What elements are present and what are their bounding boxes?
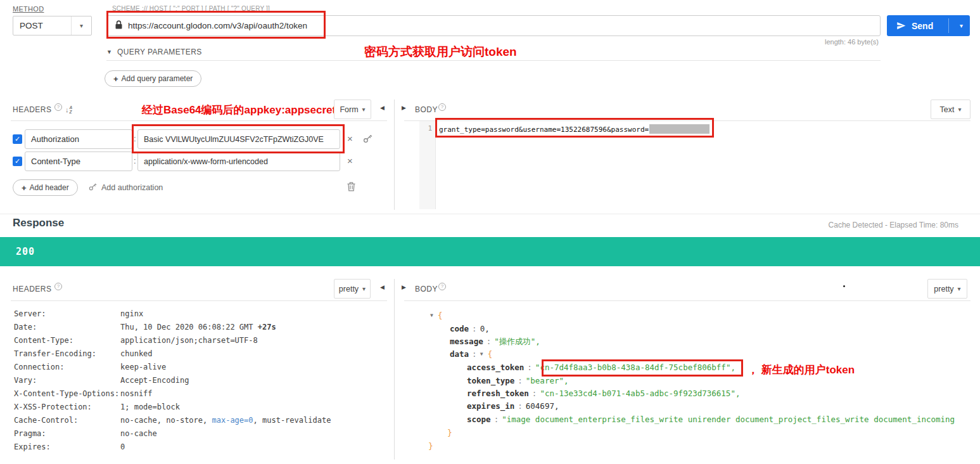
tree-expand-icon[interactable]: ▼	[430, 313, 433, 318]
headers-format-dropdown[interactable]: Form ▾	[334, 100, 371, 119]
header-colon: :	[134, 156, 136, 165]
check-icon: ✓	[15, 135, 20, 143]
authorization-key-icon[interactable]	[363, 134, 372, 143]
question-glyph: ?	[57, 283, 60, 289]
api-tester-app: METHOD POST ▾ SCHEME :// HOST [ ":" PORT…	[0, 0, 980, 464]
triangle-down-icon: ▼	[106, 49, 112, 55]
header-enabled-checkbox[interactable]: ✓	[13, 134, 22, 144]
response-header-row: Date:Thu, 10 Dec 2020 06:08:22 GMT +27s	[14, 323, 276, 332]
json-line-data-open[interactable]: data:▼{	[450, 349, 492, 359]
header-value-input[interactable]: Basic VVlLWUtycUlmZUU4SFV2cTFpZWtiZGJ0VE	[137, 129, 340, 149]
status-code: 200	[16, 237, 35, 266]
response-headers-divider	[11, 300, 387, 301]
status-bar: 200	[0, 237, 980, 266]
url-hint: SCHEME :// HOST [ ":" PORT ] [ PATH [ "?…	[112, 5, 270, 12]
response-headers-format-dropdown[interactable]: pretty ▾	[334, 279, 371, 299]
query-parameters-toggle[interactable]: ▼ QUERY PARAMETERS	[106, 48, 202, 56]
response-body-divider	[404, 300, 970, 301]
add-query-parameter-button[interactable]: + Add query parameter	[105, 70, 201, 87]
question-glyph: ?	[441, 283, 443, 289]
body-help-icon[interactable]: ?	[438, 103, 446, 111]
add-authorization-link[interactable]: Add authorization	[89, 183, 163, 193]
request-body-editor[interactable]: grant_type=password&username=13522687596…	[439, 124, 710, 134]
query-section-divider	[106, 60, 881, 61]
send-button[interactable]: Send ▾	[887, 15, 970, 36]
add-authorization-label: Add authorization	[101, 183, 163, 192]
send-label: Send	[912, 21, 933, 31]
method-select[interactable]: POST ▾	[13, 16, 92, 35]
chevron-down-icon: ▾	[362, 285, 366, 292]
collapse-right-icon[interactable]: ▶	[402, 105, 406, 111]
request-pane-splitter[interactable]	[394, 100, 395, 210]
collapse-right-icon[interactable]: ▶	[402, 284, 406, 290]
plus-icon: +	[22, 183, 27, 193]
response-header-row: X-XSS-Protection:1; mode=block	[14, 403, 180, 411]
password-redacted-box	[649, 124, 710, 134]
method-caret[interactable]: ▾	[71, 16, 91, 35]
header-enabled-checkbox[interactable]: ✓	[13, 157, 22, 166]
chevron-down-icon: ▾	[958, 285, 961, 292]
json-root-open[interactable]: ▼{	[430, 311, 443, 320]
stray-dot	[843, 285, 845, 287]
annotation-password-mode: 密码方式获取用户访问token	[364, 44, 517, 60]
json-line-access-token: access_token:"cn-7d4f8aa3-b0b8-438a-84df…	[467, 363, 735, 372]
json-line-code: code:0,	[450, 324, 490, 333]
response-body-format-value: pretty	[934, 285, 953, 293]
body-format-dropdown[interactable]: Text ▾	[931, 100, 970, 119]
response-header-row: Transfer-Encoding:chunked	[14, 349, 153, 358]
send-plane-icon	[896, 21, 906, 30]
json-line-expires-in: expires_in:604697,	[467, 401, 559, 411]
response-header-row: Expires:0	[14, 442, 125, 451]
send-options-caret[interactable]: ▾	[960, 22, 963, 29]
query-parameters-label: QUERY PARAMETERS	[117, 48, 202, 56]
response-body-format-dropdown[interactable]: pretty ▾	[927, 279, 967, 299]
response-title: Response	[13, 217, 64, 229]
chevron-down-icon: ▾	[80, 22, 83, 29]
header-name-value: Authorization	[31, 134, 79, 144]
response-header-row: Pragma:no-cache	[14, 429, 157, 438]
json-data-close: }	[447, 428, 452, 437]
response-pane-splitter[interactable]	[394, 279, 395, 460]
body-length-info: length: 46 byte(s)	[825, 38, 879, 46]
url-input[interactable]: https://account.glodon.com/v3/api/oauth2…	[106, 15, 881, 36]
header-name-input[interactable]: Authorization	[25, 129, 132, 149]
question-glyph: ?	[441, 104, 443, 110]
response-headers-label: HEADERS	[13, 285, 52, 293]
header-value-input[interactable]: application/x-www-form-urlencoded	[137, 151, 340, 171]
remove-header-icon[interactable]: ×	[347, 134, 353, 143]
response-body-help-icon[interactable]: ?	[438, 283, 446, 290]
question-glyph: ?	[57, 104, 60, 110]
collapse-left-icon[interactable]: ◀	[380, 284, 385, 290]
response-header-row: Server:nginx	[14, 309, 143, 318]
editor-gutter: 1	[419, 121, 436, 209]
response-headers-help-icon[interactable]: ?	[54, 283, 62, 290]
remove-header-icon[interactable]: ×	[347, 156, 353, 165]
request-body-text: grant_type=password&username=13522687596…	[439, 126, 649, 134]
add-query-parameter-label: Add query parameter	[122, 74, 193, 83]
json-root-close: }	[428, 441, 433, 451]
json-line-scope: scope:"image document_enterprise_files_w…	[467, 415, 970, 424]
headers-help-icon[interactable]: ?	[54, 103, 62, 111]
json-line-message: message:"操作成功",	[450, 337, 540, 347]
sort-headers-icon[interactable]: ↓ AZ	[65, 106, 72, 114]
collapse-left-icon[interactable]: ◀	[380, 105, 385, 111]
tree-expand-icon[interactable]: ▼	[480, 351, 483, 357]
body-format-value: Text	[940, 105, 955, 114]
add-header-button[interactable]: + Add header	[13, 179, 78, 196]
header-colon: :	[134, 134, 136, 143]
url-value: https://account.glodon.com/v3/api/oauth2…	[128, 21, 307, 30]
key-icon	[89, 183, 97, 193]
request-headers-divider	[11, 120, 387, 121]
annotation-new-token: ， 新生成的用户token	[748, 363, 855, 377]
response-header-row: Vary:Accept-Encoding	[14, 376, 189, 385]
lock-icon	[115, 20, 122, 31]
sort-arrow-glyph: ↓	[65, 106, 69, 114]
chevron-down-icon: ▾	[958, 106, 961, 113]
request-body-label: BODY	[415, 105, 438, 114]
request-headers-label: HEADERS	[13, 105, 52, 114]
line-number: 1	[428, 124, 432, 132]
send-button-divider	[948, 18, 949, 33]
header-name-input[interactable]: Content-Type	[25, 151, 132, 171]
delete-headers-icon[interactable]	[347, 182, 355, 191]
header-value-text: application/x-www-form-urlencoded	[144, 157, 268, 166]
